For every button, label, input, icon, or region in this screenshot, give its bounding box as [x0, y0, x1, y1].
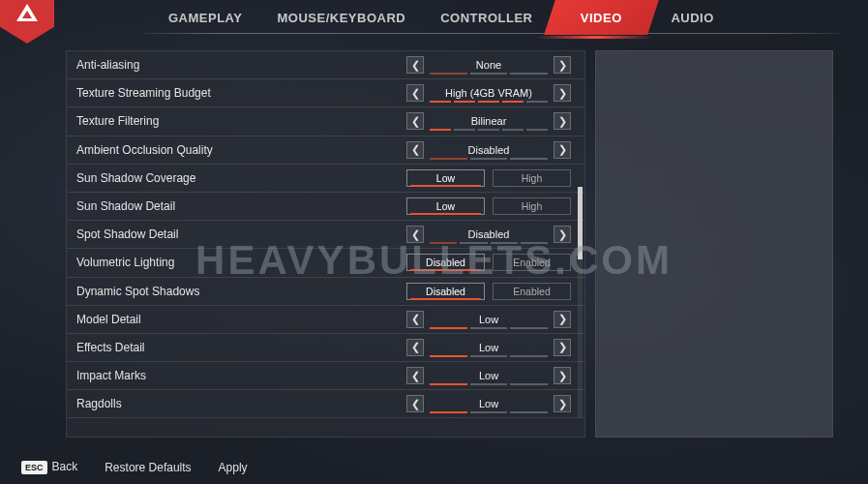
toggle-option[interactable]: Low — [406, 169, 485, 187]
select-value: Low — [428, 339, 550, 356]
setting-row: Anti-aliasing❮None❯ — [67, 51, 584, 79]
toggle-option[interactable]: Enabled — [493, 254, 571, 271]
setting-label: Dynamic Spot Shadows — [76, 285, 406, 298]
esc-key-icon: ESC — [21, 461, 47, 474]
chevron-right-icon[interactable]: ❯ — [554, 226, 571, 243]
setting-row: Impact Marks❮Low❯ — [67, 362, 584, 390]
setting-label: Ambient Occlusion Quality — [76, 143, 406, 157]
setting-row: Dynamic Spot ShadowsDisabledEnabled — [67, 278, 584, 306]
setting-label: Sun Shadow Coverage — [76, 171, 406, 185]
setting-row: Model Detail❮Low❯ — [67, 306, 584, 334]
setting-row: Ambient Occlusion Quality❮Disabled❯ — [67, 136, 584, 165]
toggle-option[interactable]: High — [493, 197, 571, 215]
setting-label: Model Detail — [76, 313, 406, 326]
select-control: ❮Low❯ — [406, 395, 571, 412]
select-value: Low — [428, 311, 550, 328]
chevron-right-icon[interactable]: ❯ — [554, 395, 571, 412]
chevron-left-icon[interactable]: ❮ — [406, 84, 424, 102]
select-control: ❮Disabled❯ — [406, 141, 571, 159]
chevron-right-icon[interactable]: ❯ — [554, 339, 571, 356]
setting-row: Ragdolls❮Low❯ — [67, 390, 584, 418]
select-value: Disabled — [428, 141, 550, 159]
chevron-right-icon[interactable]: ❯ — [554, 311, 571, 328]
settings-list: Anti-aliasing❮None❯Texture Streaming Bud… — [66, 50, 585, 438]
select-control: ❮High (4GB VRAM)❯ — [406, 84, 571, 102]
setting-label: Sun Shadow Detail — [76, 199, 406, 213]
setting-row: Sun Shadow DetailLowHigh — [67, 193, 584, 221]
setting-label: Effects Detail — [76, 341, 406, 354]
setting-label: Texture Streaming Budget — [76, 86, 406, 100]
chevron-left-icon[interactable]: ❮ — [406, 141, 424, 159]
select-value: Low — [428, 395, 550, 412]
chevron-right-icon[interactable]: ❯ — [554, 112, 571, 130]
chevron-left-icon[interactable]: ❮ — [406, 395, 424, 412]
select-value: Disabled — [428, 226, 550, 243]
chevron-left-icon[interactable]: ❮ — [406, 311, 424, 328]
select-control: ❮Bilinear❯ — [406, 112, 571, 130]
apex-logo-icon — [16, 4, 38, 21]
tab-gameplay[interactable]: GAMEPLAY — [151, 0, 259, 35]
setting-label: Volumetric Lighting — [76, 256, 406, 269]
tab-audio[interactable]: AUDIO — [653, 0, 731, 35]
select-control: ❮Low❯ — [406, 339, 571, 356]
select-value: Bilinear — [428, 112, 550, 130]
setting-label: Ragdolls — [76, 397, 406, 410]
chevron-left-icon[interactable]: ❮ — [406, 339, 424, 356]
toggle-control: LowHigh — [406, 169, 571, 187]
chevron-right-icon[interactable]: ❯ — [554, 367, 571, 384]
select-value: Low — [428, 367, 550, 384]
setting-row: Sun Shadow CoverageLowHigh — [67, 165, 584, 193]
apply-button[interactable]: Apply — [219, 461, 248, 474]
chevron-left-icon[interactable]: ❮ — [406, 226, 424, 243]
toggle-option[interactable]: Low — [406, 197, 485, 215]
setting-row: Effects Detail❮Low❯ — [67, 334, 584, 362]
setting-label: Anti-aliasing — [76, 58, 406, 72]
back-button[interactable]: ESCBack — [21, 460, 77, 474]
setting-label: Impact Marks — [76, 369, 406, 382]
footer-bar: ESCBack Restore Defaults Apply — [21, 460, 248, 474]
top-bar: GAMEPLAY MOUSE/KEYBOARD CONTROLLER VIDEO… — [0, 0, 868, 35]
toggle-option[interactable]: Disabled — [406, 254, 485, 271]
select-value: None — [428, 56, 550, 74]
setting-label: Texture Filtering — [76, 114, 406, 128]
toggle-option[interactable]: High — [493, 169, 571, 187]
chevron-right-icon[interactable]: ❯ — [554, 56, 571, 74]
select-value: High (4GB VRAM) — [428, 84, 550, 102]
select-control: ❮Low❯ — [406, 311, 571, 328]
chevron-left-icon[interactable]: ❮ — [406, 367, 424, 384]
chevron-right-icon[interactable]: ❯ — [554, 141, 571, 159]
chevron-left-icon[interactable]: ❮ — [406, 56, 424, 74]
setting-row: Spot Shadow Detail❮Disabled❯ — [67, 221, 584, 249]
setting-row: Texture Streaming Budget❮High (4GB VRAM)… — [67, 79, 584, 107]
setting-row: Texture Filtering❮Bilinear❯ — [67, 107, 584, 136]
settings-tabs: GAMEPLAY MOUSE/KEYBOARD CONTROLLER VIDEO… — [151, 0, 732, 35]
toggle-control: LowHigh — [406, 197, 571, 215]
setting-label: Spot Shadow Detail — [76, 227, 406, 241]
tab-mouse-keyboard[interactable]: MOUSE/KEYBOARD — [259, 0, 423, 35]
toggle-control: DisabledEnabled — [406, 283, 571, 300]
toggle-option[interactable]: Enabled — [493, 283, 571, 300]
select-control: ❮Disabled❯ — [406, 226, 571, 243]
select-control: ❮Low❯ — [406, 367, 571, 384]
select-control: ❮None❯ — [406, 56, 571, 74]
toggle-option[interactable]: Disabled — [406, 283, 485, 300]
scrollbar-track[interactable] — [578, 187, 583, 417]
setting-row: Volumetric LightingDisabledEnabled — [67, 249, 584, 277]
scrollbar-thumb[interactable] — [578, 187, 583, 259]
tab-video[interactable]: VIDEO — [545, 0, 660, 35]
chevron-left-icon[interactable]: ❮ — [406, 112, 424, 130]
chevron-right-icon[interactable]: ❯ — [554, 84, 571, 102]
restore-defaults-button[interactable]: Restore Defaults — [105, 461, 191, 474]
toggle-control: DisabledEnabled — [406, 254, 571, 271]
tab-controller[interactable]: CONTROLLER — [423, 0, 550, 35]
preview-panel — [595, 50, 833, 438]
